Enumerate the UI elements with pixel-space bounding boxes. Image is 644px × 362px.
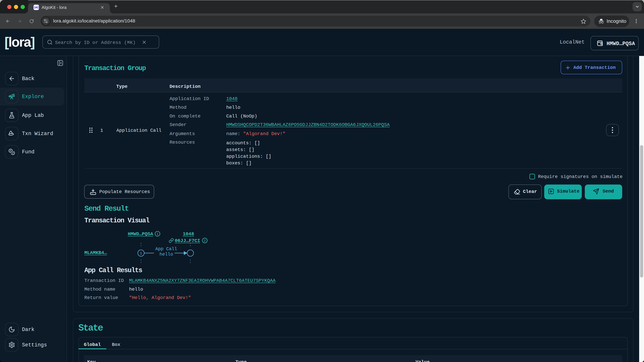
svg-text:1: 1	[140, 251, 142, 256]
